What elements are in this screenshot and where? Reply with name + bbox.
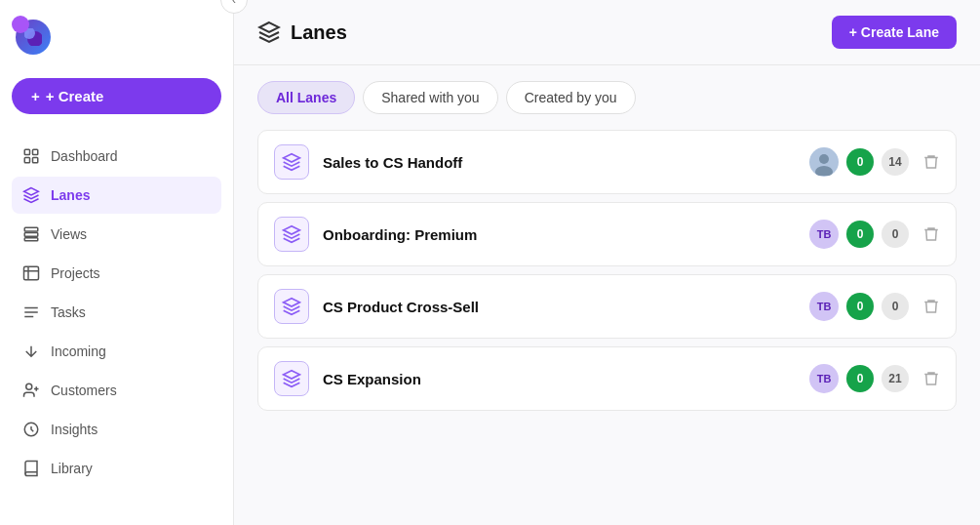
lanes-icon	[21, 185, 41, 205]
svg-point-13	[26, 384, 32, 389]
gray-badge: 21	[882, 365, 909, 392]
lane-icon	[274, 361, 309, 396]
lane-row[interactable]: CS Expansion TB 0 21	[257, 346, 957, 411]
tab-all-lanes[interactable]: All Lanes	[257, 81, 355, 114]
green-badge: 0	[846, 221, 874, 248]
green-badge: 0	[846, 293, 874, 320]
svg-rect-2	[24, 149, 29, 154]
lane-row[interactable]: Onboarding: Premium TB 0 0	[257, 202, 957, 266]
create-lane-button[interactable]: + Create Lane	[832, 16, 957, 49]
sidebar-customers-label: Customers	[51, 383, 117, 398]
green-badge: 0	[846, 148, 874, 176]
sidebar-lanes-label: Lanes	[51, 187, 90, 203]
lane-meta: TB 0 0	[809, 220, 940, 249]
lane-icon	[274, 217, 309, 252]
avatar	[809, 147, 839, 177]
sidebar-incoming-label: Incoming	[51, 343, 106, 359]
svg-rect-6	[24, 227, 38, 231]
logo-icon	[16, 20, 51, 55]
lane-row[interactable]: CS Product Cross-Sell TB 0 0	[257, 274, 957, 339]
dashboard-icon	[21, 146, 41, 166]
create-lane-label: + Create Lane	[849, 24, 939, 40]
svg-point-16	[819, 154, 829, 164]
svg-rect-4	[24, 158, 29, 163]
page-title: Lanes	[291, 21, 347, 44]
avatar: TB	[809, 292, 839, 321]
sidebar-item-views[interactable]: Views	[12, 216, 221, 253]
main-content: ‹ Lanes + Create Lane All Lanes Shared w…	[234, 0, 980, 525]
sidebar-dashboard-label: Dashboard	[51, 148, 118, 164]
lane-name: CS Expansion	[323, 371, 809, 387]
lane-name: CS Product Cross-Sell	[323, 299, 809, 315]
sidebar: + + Create Dashboard Lanes	[0, 0, 234, 525]
page-header: Lanes + Create Lane	[234, 0, 980, 65]
customers-icon	[21, 381, 41, 400]
create-button[interactable]: + + Create	[12, 78, 221, 114]
gray-badge: 14	[882, 148, 909, 176]
sidebar-item-insights[interactable]: Insights	[12, 411, 221, 448]
lane-meta: TB 0 21	[809, 364, 940, 393]
sidebar-item-projects[interactable]: Projects	[12, 255, 221, 292]
lane-icon	[274, 289, 309, 324]
lane-name: Sales to CS Handoff	[323, 154, 809, 171]
lane-icon	[274, 144, 309, 180]
lanes-header-icon	[257, 20, 281, 44]
insights-icon	[21, 420, 41, 439]
sidebar-library-label: Library	[51, 461, 93, 476]
create-plus-icon: +	[31, 88, 40, 104]
tabs-container: All Lanes Shared with you Created by you	[234, 65, 980, 130]
views-icon	[21, 224, 41, 244]
library-icon	[21, 459, 41, 478]
header-left: Lanes	[257, 20, 347, 44]
svg-rect-5	[33, 158, 38, 163]
sidebar-projects-label: Projects	[51, 265, 100, 281]
sidebar-insights-label: Insights	[51, 422, 98, 437]
lanes-list: Sales to CS Handoff 0 14	[234, 130, 980, 419]
sidebar-item-incoming[interactable]: Incoming	[12, 333, 221, 370]
sidebar-item-lanes[interactable]: Lanes	[12, 177, 221, 214]
svg-rect-7	[24, 233, 38, 237]
avatar: TB	[809, 364, 839, 393]
projects-icon	[21, 263, 41, 283]
delete-icon[interactable]	[922, 153, 940, 171]
tab-created-by-you[interactable]: Created by you	[506, 81, 636, 114]
sidebar-views-label: Views	[51, 226, 87, 242]
sidebar-item-customers[interactable]: Customers	[12, 372, 221, 409]
logo	[12, 16, 221, 59]
delete-icon[interactable]	[922, 225, 940, 243]
tab-shared-with-you[interactable]: Shared with you	[363, 81, 497, 114]
gray-badge: 0	[882, 221, 909, 248]
svg-rect-8	[24, 238, 38, 241]
sidebar-tasks-label: Tasks	[51, 304, 86, 320]
svg-rect-3	[33, 149, 38, 154]
gray-badge: 0	[882, 293, 909, 320]
lane-meta: 0 14	[809, 147, 940, 177]
delete-icon[interactable]	[922, 298, 940, 315]
delete-icon[interactable]	[922, 370, 940, 387]
lane-name: Onboarding: Premium	[323, 226, 809, 243]
svg-rect-9	[24, 266, 39, 280]
sidebar-item-dashboard[interactable]: Dashboard	[12, 138, 221, 175]
incoming-icon	[21, 342, 41, 361]
lane-meta: TB 0 0	[809, 292, 940, 321]
sidebar-item-library[interactable]: Library	[12, 450, 221, 487]
sidebar-item-tasks[interactable]: Tasks	[12, 294, 221, 331]
avatar: TB	[809, 220, 839, 249]
lane-row[interactable]: Sales to CS Handoff 0 14	[257, 130, 957, 194]
green-badge: 0	[846, 365, 874, 392]
create-label: + Create	[46, 88, 104, 104]
tasks-icon	[21, 303, 41, 322]
